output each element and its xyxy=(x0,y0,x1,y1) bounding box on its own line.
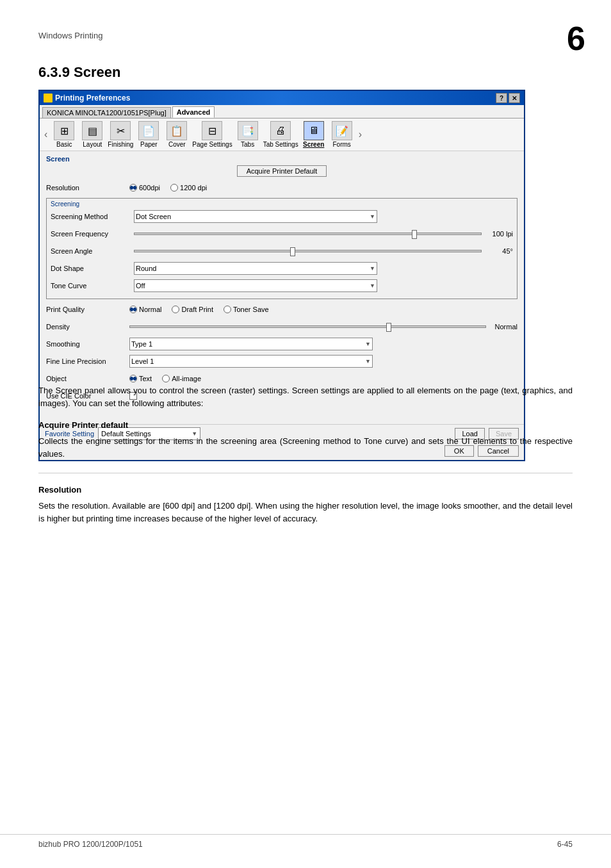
tab-advanced[interactable]: Advanced xyxy=(172,106,215,118)
object-allimage-radio[interactable] xyxy=(162,375,170,382)
resolution-600dpi-option[interactable]: 600dpi xyxy=(129,184,160,192)
resolution-heading: Resolution xyxy=(38,485,573,495)
quality-normal-option[interactable]: Normal xyxy=(129,306,161,313)
object-allimage-label: All-image xyxy=(172,375,201,382)
help-button[interactable]: ? xyxy=(496,93,507,103)
toolbar-cover[interactable]: 📋 Cover xyxy=(163,120,190,149)
tab-settings-icon: 🖨 xyxy=(270,121,291,140)
dialog-content: Screen Acquire Printer Default Resolutio… xyxy=(40,151,524,424)
screening-method-select[interactable]: Dot Screen ▼ xyxy=(134,210,377,223)
screen-frequency-thumb[interactable] xyxy=(412,230,417,239)
quality-toner-radio[interactable] xyxy=(224,306,231,313)
quality-draft-radio[interactable] xyxy=(172,306,179,313)
toolbar-forms[interactable]: 📝 Forms xyxy=(329,120,355,149)
toolbar-basic[interactable]: ⊞ Basic xyxy=(51,120,77,149)
toolbar-page-settings[interactable]: ⊟ Page Settings xyxy=(191,120,232,149)
tone-curve-row: Tone Curve Off ▼ xyxy=(51,279,513,293)
quality-normal-label: Normal xyxy=(139,306,161,313)
resolution-row: Resolution 600dpi 1200 dpi xyxy=(46,181,517,195)
screen-angle-thumb[interactable] xyxy=(290,247,295,256)
page-label: Windows Printing xyxy=(38,31,102,40)
smoothing-value: Type 1 xyxy=(131,340,152,348)
layout-icon: ▤ xyxy=(82,121,102,140)
section-heading: 6.3.9 Screen xyxy=(38,64,120,81)
tone-curve-select[interactable]: Off ▼ xyxy=(134,279,377,292)
dialog-titlebar: Printing Preferences ? ✕ xyxy=(40,91,524,105)
finishing-label: Finishing xyxy=(108,141,133,148)
density-thumb[interactable] xyxy=(386,323,391,332)
page-settings-icon: ⊟ xyxy=(202,121,222,140)
dot-shape-value: Round xyxy=(136,265,156,272)
dot-shape-arrow: ▼ xyxy=(370,265,375,272)
toolbar-tab-settings[interactable]: 🖨 Tab Settings xyxy=(263,120,299,149)
cover-label: Cover xyxy=(168,141,186,148)
dot-shape-row: Dot Shape Round ▼ xyxy=(51,261,513,275)
screen-angle-label: Screen Angle xyxy=(51,247,134,255)
toolbar-finishing[interactable]: ✂ Finishing xyxy=(107,120,134,149)
smoothing-label: Smoothing xyxy=(46,340,129,348)
tab-plugin[interactable]: KONICA MINOLTA1200/1051PS[Plug] xyxy=(42,107,171,118)
page-settings-label: Page Settings xyxy=(192,141,232,148)
acquire-paragraph: Collects the engine settings for the ite… xyxy=(38,435,573,461)
dot-shape-label: Dot Shape xyxy=(51,265,134,272)
tone-curve-arrow: ▼ xyxy=(370,283,375,289)
dot-shape-select[interactable]: Round ▼ xyxy=(134,262,377,275)
tabs-icon: 📑 xyxy=(238,121,258,140)
dialog-icon xyxy=(44,94,53,102)
quality-draft-option[interactable]: Draft Print xyxy=(172,306,213,313)
finishing-icon: ✂ xyxy=(110,121,131,140)
density-track[interactable] xyxy=(129,325,486,328)
fine-line-row: Fine Line Precision Level 1 ▼ xyxy=(46,354,517,368)
object-text-radio[interactable] xyxy=(129,375,137,382)
tab-settings-label: Tab Settings xyxy=(263,141,298,148)
footer-left: bizhub PRO 1200/1200P/1051 xyxy=(38,840,143,849)
toolbar-paper[interactable]: 📄 Paper xyxy=(135,120,162,149)
toolbar-screen[interactable]: 🖥 Screen xyxy=(300,120,327,149)
screen-frequency-track[interactable] xyxy=(134,233,482,235)
page-number: 6 xyxy=(567,19,585,58)
tabs-label: Tabs xyxy=(241,141,254,148)
quality-normal-radio[interactable] xyxy=(129,306,137,313)
toolbar-prev[interactable]: ‹ xyxy=(42,129,49,140)
section-divider xyxy=(38,473,573,473)
fine-line-value: Level 1 xyxy=(131,357,154,365)
screening-method-arrow: ▼ xyxy=(370,213,375,220)
quality-toner-option[interactable]: Toner Save xyxy=(224,306,269,313)
close-button[interactable]: ✕ xyxy=(509,93,520,103)
print-quality-label: Print Quality xyxy=(46,306,129,313)
smoothing-arrow: ▼ xyxy=(365,341,371,347)
toolbar-next[interactable]: › xyxy=(357,129,364,140)
screen-icon: 🖥 xyxy=(304,121,324,140)
smoothing-select[interactable]: Type 1 ▼ xyxy=(129,338,373,350)
cover-icon: 📋 xyxy=(167,121,187,140)
screening-label: Screening xyxy=(51,201,513,208)
fine-line-label: Fine Line Precision xyxy=(46,357,129,365)
density-label: Density xyxy=(46,323,129,331)
acquire-heading: Acquire Printer default xyxy=(38,420,573,430)
screen-frequency-value: 100 lpi xyxy=(484,230,513,238)
print-quality-row: Print Quality Normal Draft Print Toner S… xyxy=(46,302,517,316)
resolution-600dpi-radio[interactable] xyxy=(129,184,137,192)
fine-line-select[interactable]: Level 1 ▼ xyxy=(129,355,373,368)
object-text-label: Text xyxy=(139,375,152,382)
basic-icon: ⊞ xyxy=(54,121,74,140)
density-row: Density Normal xyxy=(46,320,517,334)
resolution-1200dpi-option[interactable]: 1200 dpi xyxy=(170,184,207,192)
density-value: Normal xyxy=(489,323,517,331)
screen-section-label: Screen xyxy=(46,155,517,163)
screen-angle-track[interactable] xyxy=(134,250,482,252)
layout-label: Layout xyxy=(83,141,102,148)
screening-method-value: Dot Screen xyxy=(136,213,171,220)
acquire-printer-default-button[interactable]: Acquire Printer Default xyxy=(237,165,327,177)
object-allimage-option[interactable]: All-image xyxy=(162,375,201,382)
screening-section: Screening Screening Method Dot Screen ▼ … xyxy=(46,198,517,299)
screen-angle-row: Screen Angle 45° xyxy=(51,244,513,258)
tone-curve-value: Off xyxy=(136,282,145,290)
resolution-1200dpi-radio[interactable] xyxy=(170,184,178,192)
toolbar-layout[interactable]: ▤ Layout xyxy=(79,120,106,149)
toolbar-tabs[interactable]: 📑 Tabs xyxy=(234,120,261,149)
fine-line-arrow: ▼ xyxy=(365,358,371,364)
footer: bizhub PRO 1200/1200P/1051 6-45 xyxy=(0,834,611,849)
tone-curve-label: Tone Curve xyxy=(51,282,134,290)
object-text-option[interactable]: Text xyxy=(129,375,152,382)
